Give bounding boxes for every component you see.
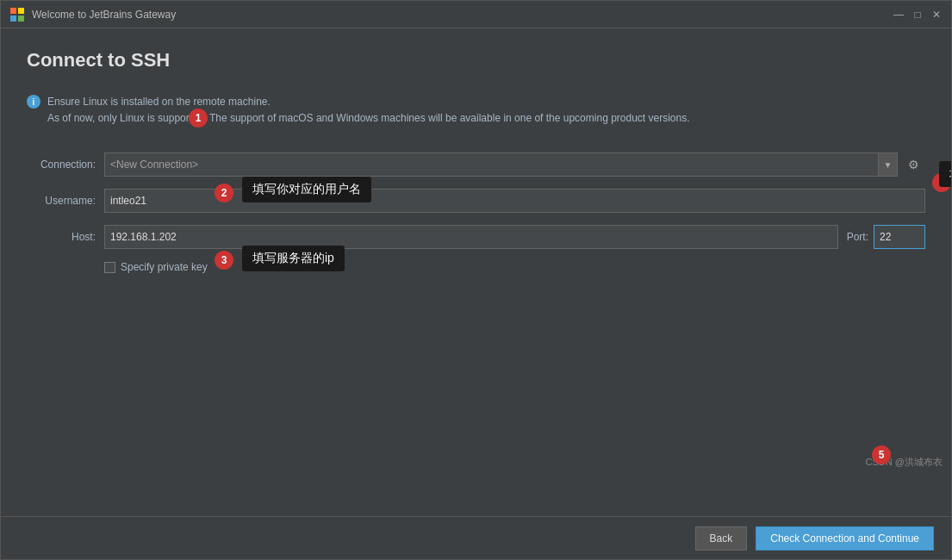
host-label: Host: <box>27 231 104 243</box>
port-label: Port: <box>847 231 868 243</box>
connection-row: Connection: <New Connection> ▼ ⚙ <box>27 152 925 177</box>
back-button[interactable]: Back <box>695 526 748 551</box>
annotation-badge-5: 5 <box>872 445 891 464</box>
maximize-button[interactable]: □ <box>912 9 924 21</box>
connection-select[interactable]: <New Connection> <box>104 152 879 177</box>
host-row: Host: Port: 3 填写服务器的ip 4 填对应端口 <box>27 225 925 249</box>
content-area: Connect to SSH i Ensure Linux is install… <box>1 28 951 516</box>
annotation-badge-1: 1 <box>189 109 208 128</box>
username-label: Username: <box>27 195 104 207</box>
app-logo <box>9 7 25 22</box>
page-title: Connect to SSH <box>27 49 925 72</box>
svg-rect-1 <box>18 8 24 14</box>
host-input[interactable] <box>104 225 838 249</box>
close-button[interactable]: ✕ <box>930 9 943 21</box>
annotation-tooltip-4: 填对应端口 <box>939 161 951 187</box>
check-connection-button[interactable]: Check Connection and Continue <box>756 526 934 551</box>
info-icon: i <box>27 95 40 109</box>
info-box: i Ensure Linux is installed on the remot… <box>27 87 925 134</box>
window-controls: — □ ✕ <box>893 9 943 21</box>
annotation-tooltip-2: 填写你对应的用户名 <box>242 177 371 202</box>
footer: Back Check Connection and Continue <box>1 516 951 559</box>
connection-label: Connection: <box>27 159 104 171</box>
gear-button[interactable]: ⚙ <box>901 152 925 177</box>
svg-rect-2 <box>10 16 16 22</box>
minimize-button[interactable]: — <box>893 9 905 21</box>
svg-rect-3 <box>18 16 24 22</box>
svg-rect-0 <box>10 8 16 14</box>
annotation-tooltip-3: 填写服务器的ip <box>242 246 345 271</box>
private-key-checkbox[interactable] <box>104 262 115 273</box>
window-title: Welcome to JetBrains Gateway <box>32 9 893 21</box>
port-input[interactable] <box>874 225 925 249</box>
dropdown-arrow-icon[interactable]: ▼ <box>879 152 898 177</box>
title-bar: Welcome to JetBrains Gateway — □ ✕ <box>1 1 951 28</box>
info-text: Ensure Linux is installed on the remote … <box>47 94 690 127</box>
private-key-label: Specify private key <box>121 261 208 273</box>
main-window: Welcome to JetBrains Gateway — □ ✕ Conne… <box>0 0 952 560</box>
username-row: Username: 2 填写你对应的用户名 <box>27 189 925 213</box>
